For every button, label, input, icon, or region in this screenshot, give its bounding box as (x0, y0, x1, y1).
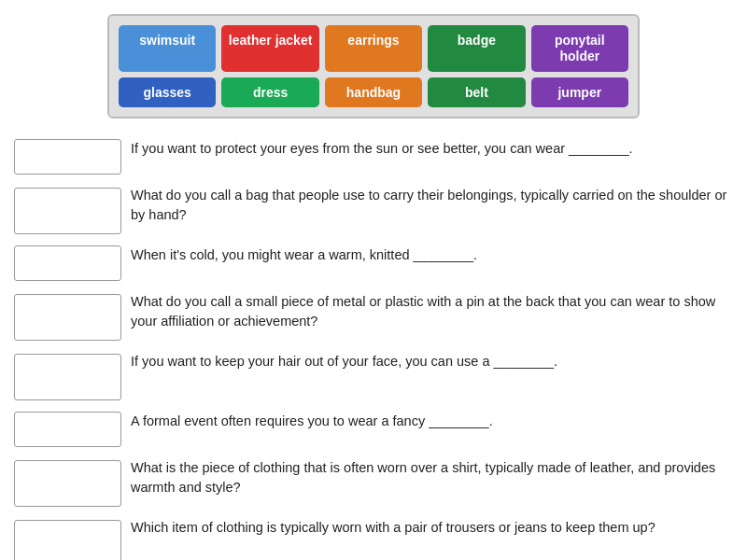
question-row-1: If you want to protect your eyes from th… (14, 137, 733, 175)
question-row-2: What do you call a bag that people use t… (14, 184, 733, 234)
question-row-3: When it's cold, you might wear a warm, k… (14, 244, 733, 281)
question-text-1: If you want to protect your eyes from th… (131, 137, 733, 159)
word-tile-badge[interactable]: badge (428, 25, 525, 72)
word-tile-dress[interactable]: dress (221, 77, 318, 108)
word-tile-earrings[interactable]: earrings (325, 25, 422, 72)
question-text-2: What do you call a bag that people use t… (131, 184, 733, 225)
question-text-8: Which item of clothing is typically worn… (131, 516, 733, 538)
questions-area: If you want to protect your eyes from th… (14, 137, 733, 560)
question-row-8: Which item of clothing is typically worn… (14, 516, 733, 560)
question-row-6: A formal event often requires you to wea… (14, 410, 733, 447)
word-tile-leather-jacket[interactable]: leather jacket (221, 25, 318, 72)
answer-input-5[interactable] (14, 354, 121, 400)
question-text-4: What do you call a small piece of metal … (131, 290, 733, 331)
answer-input-7[interactable] (14, 460, 121, 507)
question-row-5: If you want to keep your hair out of you… (14, 350, 733, 400)
question-text-5: If you want to keep your hair out of you… (131, 350, 733, 371)
question-row-4: What do you call a small piece of metal … (14, 290, 733, 341)
answer-input-4[interactable] (14, 294, 121, 341)
word-tile-swimsuit[interactable]: swimsuit (119, 25, 216, 72)
answer-input-6[interactable] (14, 412, 121, 447)
question-text-3: When it's cold, you might wear a warm, k… (131, 244, 733, 265)
question-row-7: What is the piece of clothing that is of… (14, 456, 733, 507)
word-bank: swimsuitleather jacketearringsbadgeponyt… (107, 14, 640, 119)
word-tile-jumper[interactable]: jumper (531, 77, 628, 108)
word-tile-ponytail-holder[interactable]: ponytail holder (531, 25, 628, 72)
word-tile-glasses[interactable]: glasses (119, 77, 216, 108)
word-tile-handbag[interactable]: handbag (325, 77, 422, 108)
answer-input-3[interactable] (14, 245, 121, 281)
question-text-6: A formal event often requires you to wea… (131, 410, 733, 431)
word-tile-belt[interactable]: belt (428, 77, 525, 108)
answer-input-2[interactable] (14, 188, 121, 234)
question-text-7: What is the piece of clothing that is of… (131, 456, 733, 497)
answer-input-8[interactable] (14, 520, 121, 560)
answer-input-1[interactable] (14, 139, 121, 175)
